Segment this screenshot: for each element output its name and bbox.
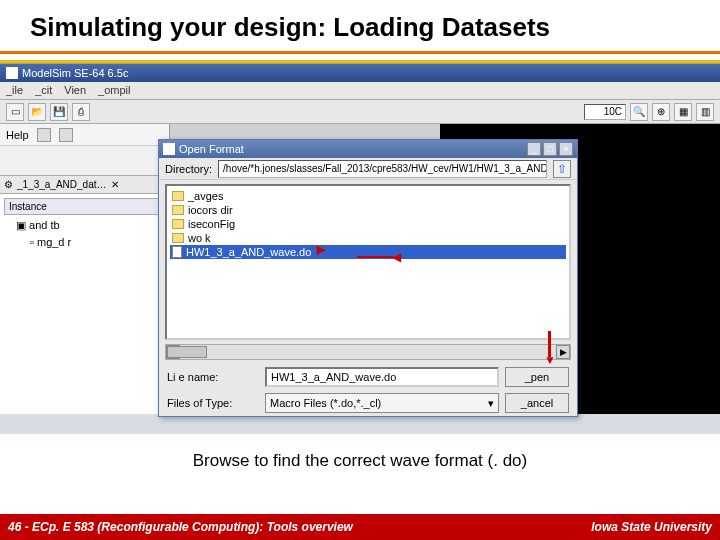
dialog-icon bbox=[163, 143, 175, 155]
help-icon2[interactable] bbox=[59, 128, 73, 142]
list-item[interactable]: wo k bbox=[170, 231, 566, 245]
dialog-max-icon[interactable]: □ bbox=[543, 142, 557, 156]
dialog-titlebar: Open Format _ □ × bbox=[159, 140, 577, 158]
tb-misc1-icon[interactable]: ▦ bbox=[674, 103, 692, 121]
menu-edit[interactable]: _cit bbox=[35, 84, 52, 97]
directory-label: Directory: bbox=[165, 163, 212, 175]
folder-icon bbox=[172, 219, 184, 229]
dialog-title-text: Open Format bbox=[179, 143, 244, 155]
filetype-label: Files of Type: bbox=[167, 397, 259, 409]
list-item[interactable]: iseconFig bbox=[170, 217, 566, 231]
help-label[interactable]: Help bbox=[6, 129, 29, 141]
callout-arrowhead: ◀ bbox=[317, 244, 326, 258]
tb-new-icon[interactable]: ▭ bbox=[6, 103, 24, 121]
tree-header: Instance bbox=[4, 198, 165, 215]
file-list[interactable]: _avges iocors dir iseconFig wo k HW1_3_a… bbox=[165, 184, 571, 340]
menu-file[interactable]: _ile bbox=[6, 84, 23, 97]
callout-arrow-left-icon: ◀ bbox=[357, 250, 401, 264]
tb-misc2-icon[interactable]: ▥ bbox=[696, 103, 714, 121]
menu-compile[interactable]: _ompil bbox=[98, 84, 130, 97]
directory-input[interactable]: /hove/*h.jones/slasses/Fall_2013/cpre583… bbox=[218, 160, 547, 178]
simulator-area: ModelSim SE-64 6.5c _ile _cit Vien _ompi… bbox=[0, 63, 720, 433]
tb-zoom-icon[interactable]: 🔍 bbox=[630, 103, 648, 121]
open-button[interactable]: _pen bbox=[505, 367, 569, 387]
directory-row: Directory: /hove/*h.jones/slasses/Fall_2… bbox=[159, 158, 577, 180]
design-tab-label[interactable]: _1_3_a_AND_dat… bbox=[17, 179, 107, 190]
scroll-thumb[interactable] bbox=[167, 346, 207, 358]
design-tab-icon[interactable]: ⚙ bbox=[4, 179, 13, 190]
tb-zoomx-icon[interactable]: ⊕ bbox=[652, 103, 670, 121]
zoom-field[interactable]: 10C bbox=[584, 104, 626, 120]
footer-right: Iowa State University bbox=[591, 520, 712, 534]
file-icon bbox=[172, 246, 182, 258]
dialog-min-icon[interactable]: _ bbox=[527, 142, 541, 156]
tree-item-root[interactable]: ▣ and tb bbox=[4, 217, 165, 234]
filetype-select[interactable]: Macro Files (*.do,*._cl)▾ bbox=[265, 393, 499, 413]
filename-input[interactable]: HW1_3_a_AND_wave.do bbox=[265, 367, 499, 387]
modelsim-menubar[interactable]: _ile _cit Vien _ompil bbox=[0, 82, 720, 100]
dialog-close-icon[interactable]: × bbox=[559, 142, 573, 156]
help-row: Help bbox=[0, 124, 169, 146]
callout-arrow-down-icon bbox=[544, 331, 556, 366]
filename-label: Li e name: bbox=[167, 371, 259, 383]
open-format-dialog: Open Format _ □ × Directory: /hove/*h.jo… bbox=[158, 139, 578, 417]
tab-plus-icon[interactable]: ✕ bbox=[111, 179, 119, 190]
filename-row: Li e name: HW1_3_a_AND_wave.do _pen bbox=[159, 364, 577, 390]
tree-item-child[interactable]: ▫ mg_d r bbox=[4, 234, 165, 250]
slide-caption: Browse to find the correct wave format (… bbox=[0, 433, 720, 489]
modelsim-titlebar: ModelSim SE-64 6.5c bbox=[0, 64, 720, 82]
folder-icon bbox=[172, 191, 184, 201]
left-panel: Help ⚙ _1_3_a_AND_dat… ✕ Instance ▣ and … bbox=[0, 124, 170, 414]
filetype-row: Files of Type: Macro Files (*.do,*._cl)▾… bbox=[159, 390, 577, 416]
left-tabs[interactable]: ⚙ _1_3_a_AND_dat… ✕ bbox=[0, 176, 169, 194]
cancel-button[interactable]: _ancel bbox=[505, 393, 569, 413]
tb-print-icon[interactable]: ⎙ bbox=[72, 103, 90, 121]
slide-footer: 46 - ECp. E 583 (Reconfigurable Computin… bbox=[0, 514, 720, 540]
menu-view[interactable]: Vien bbox=[64, 84, 86, 97]
scroll-right-icon[interactable]: ▶ bbox=[556, 345, 570, 359]
list-item[interactable]: _avges bbox=[170, 189, 566, 203]
up-folder-icon[interactable]: ⇧ bbox=[553, 160, 571, 178]
file-list-scrollbar[interactable]: ◀ ▶ bbox=[165, 344, 571, 360]
dropdown-icon[interactable]: ▾ bbox=[488, 397, 494, 410]
modelsim-toolbar: ▭ 📂 💾 ⎙ 10C 🔍 ⊕ ▦ ▥ bbox=[0, 100, 720, 124]
help-icon1[interactable] bbox=[37, 128, 51, 142]
app-icon bbox=[6, 67, 18, 79]
folder-icon bbox=[172, 233, 184, 243]
modelsim-title-text: ModelSim SE-64 6.5c bbox=[22, 67, 128, 79]
folder-icon bbox=[172, 205, 184, 215]
list-item[interactable]: iocors dir bbox=[170, 203, 566, 217]
slide-title: Simulating your design: Loading Datasets bbox=[0, 0, 720, 51]
tb-open-icon[interactable]: 📂 bbox=[28, 103, 46, 121]
tb-save-icon[interactable]: 💾 bbox=[50, 103, 68, 121]
footer-left: 46 - ECp. E 583 (Reconfigurable Computin… bbox=[8, 520, 353, 534]
instance-tree[interactable]: Instance ▣ and tb ▫ mg_d r bbox=[0, 194, 169, 414]
